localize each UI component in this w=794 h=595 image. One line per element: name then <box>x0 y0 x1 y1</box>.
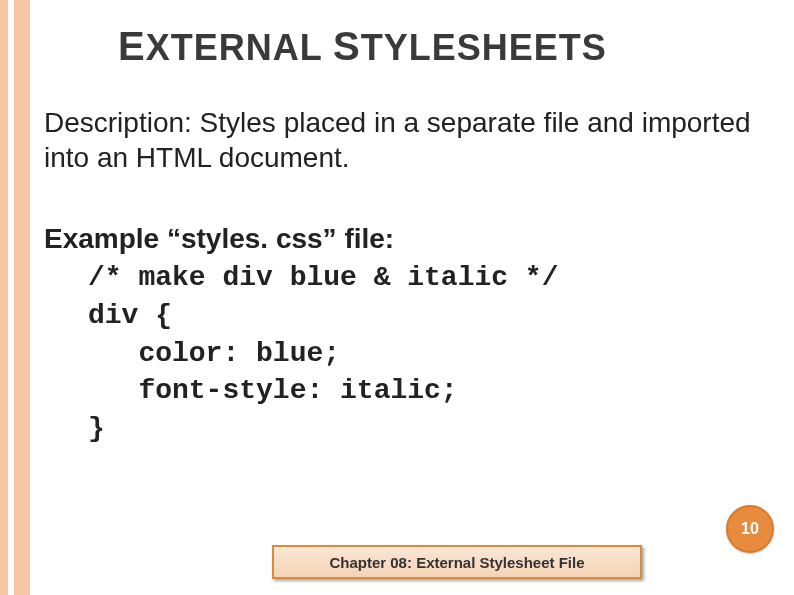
title-rest-2: TYLESHEETS <box>361 27 607 68</box>
chapter-footer: Chapter 08: External Stylesheet File <box>272 545 642 579</box>
page-number: 10 <box>741 520 759 538</box>
page-number-badge: 10 <box>726 505 774 553</box>
left-accent-stripes <box>0 0 30 595</box>
title-rest-1: XTERNAL <box>146 27 322 68</box>
chapter-label: Chapter 08: External Stylesheet File <box>329 554 584 571</box>
code-example: /* make div blue & italic */ div { color… <box>88 259 772 448</box>
stripe-outer <box>0 0 8 595</box>
description-text: Description: Styles placed in a separate… <box>44 105 772 175</box>
stripe-inner <box>14 0 30 595</box>
example-label: Example “styles. css” file: <box>44 223 772 255</box>
title-cap-2: S <box>333 24 361 68</box>
slide-content: EXTERNAL STYLESHEETS Description: Styles… <box>44 18 772 577</box>
slide-title: EXTERNAL STYLESHEETS <box>118 24 772 69</box>
title-cap-1: E <box>118 24 146 68</box>
